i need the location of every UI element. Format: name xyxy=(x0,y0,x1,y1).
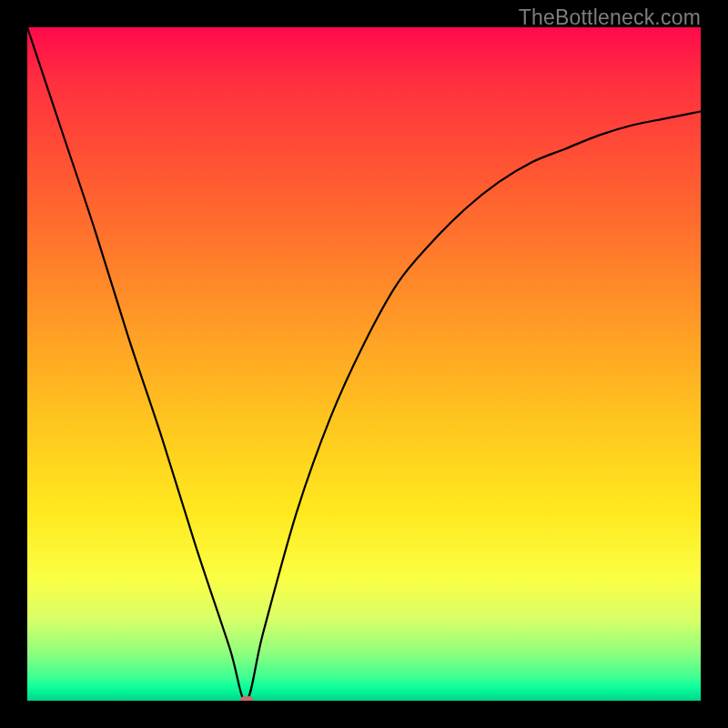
chart-frame: TheBottleneck.com xyxy=(0,0,728,728)
chart-panel xyxy=(27,27,701,701)
bottleneck-curve xyxy=(27,27,701,701)
optimum-marker xyxy=(240,696,253,701)
attribution-label: TheBottleneck.com xyxy=(519,5,701,30)
chart-svg xyxy=(27,27,701,701)
